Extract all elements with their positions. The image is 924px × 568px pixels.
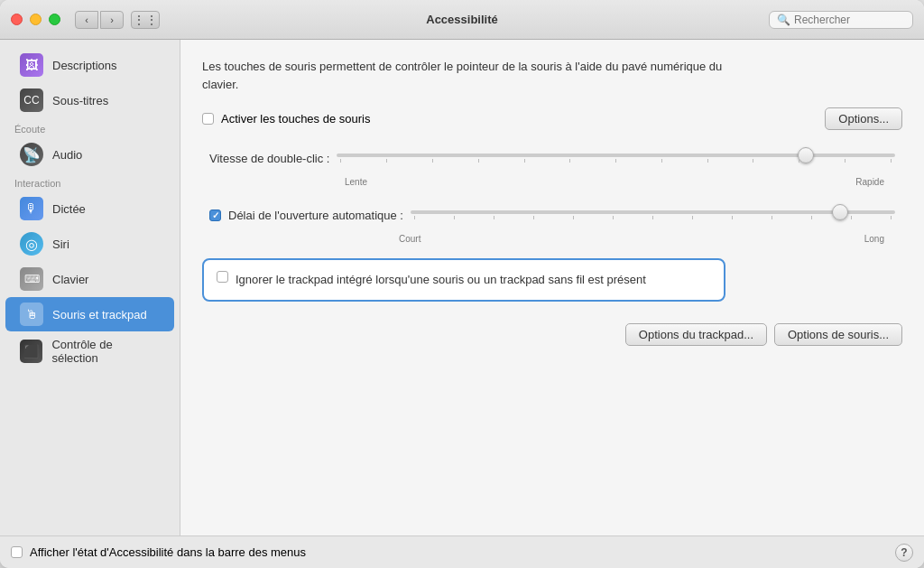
detail-pane: Les touches de souris permettent de cont… [180, 40, 924, 535]
main-content: 🖼 Descriptions CC Sous-titres Écoute 📡 A… [0, 40, 924, 535]
tick [707, 159, 708, 163]
sous-titres-icon: CC [20, 88, 43, 112]
souris-icon: 🖱 [20, 303, 43, 326]
tick [573, 216, 574, 219]
forward-button[interactable]: › [100, 11, 124, 29]
tick [340, 159, 341, 163]
tick [533, 216, 534, 219]
bottom-buttons: Options du trackpad... Options de souris… [202, 323, 902, 346]
search-input[interactable] [794, 14, 902, 26]
sidebar: 🖼 Descriptions CC Sous-titres Écoute 📡 A… [0, 40, 180, 535]
double-click-left-label: Lente [345, 177, 367, 187]
search-box[interactable]: 🔍 [769, 11, 913, 29]
activate-label: Activer les touches de souris [221, 112, 370, 126]
tick [569, 159, 570, 163]
tick [478, 159, 479, 163]
sidebar-item-clavier[interactable]: ⌨ Clavier [5, 262, 174, 296]
siri-icon: ◎ [20, 232, 43, 256]
tick [732, 216, 733, 219]
sidebar-item-label: Descriptions [52, 59, 117, 72]
auto-open-slider[interactable] [411, 210, 895, 214]
tick [891, 159, 892, 163]
activate-row: Activer les touches de souris Options... [202, 107, 902, 130]
clavier-icon: ⌨ [20, 267, 43, 291]
tick [891, 216, 892, 219]
bottom-bar: Afficher l'état d'Accessibilité dans la … [0, 535, 924, 568]
double-click-label: Vitesse de double-clic : [209, 152, 329, 165]
options-button[interactable]: Options... [825, 107, 902, 130]
tick [524, 159, 525, 163]
tick [615, 159, 616, 163]
auto-open-left-label: Court [399, 234, 420, 244]
grid-button[interactable]: ⋮⋮ [131, 11, 160, 29]
back-button[interactable]: ‹ [75, 11, 98, 29]
auto-open-right-label: Long [864, 234, 884, 244]
show-status-checkbox[interactable] [11, 546, 23, 558]
close-button[interactable] [11, 14, 23, 25]
ignore-trackpad-box: Ignorer le trackpad intégré lorsqu'une s… [202, 258, 725, 302]
tick [692, 216, 693, 219]
tick [811, 216, 812, 219]
tick [613, 216, 614, 219]
tick [845, 159, 845, 163]
tick [494, 216, 494, 219]
double-click-row: Vitesse de double-clic : [209, 144, 895, 172]
sidebar-item-controle-selection[interactable]: ⬛ Contrôle de sélection [5, 332, 174, 370]
auto-open-checkbox[interactable] [209, 210, 221, 221]
section-label-ecoute: Écoute [0, 118, 180, 136]
tick [432, 159, 433, 163]
dictee-icon: 🎙 [20, 197, 43, 220]
descriptions-icon: 🖼 [20, 53, 43, 77]
tick [851, 216, 852, 219]
trackpad-options-button[interactable]: Options du trackpad... [625, 323, 767, 346]
sidebar-item-label: Sous-titres [52, 94, 108, 107]
maximize-button[interactable] [49, 14, 60, 25]
tick [386, 159, 387, 163]
tick [454, 216, 455, 219]
sidebar-item-souris-trackpad[interactable]: 🖱 Souris et trackpad [5, 297, 174, 331]
minimize-button[interactable] [30, 14, 42, 25]
audio-icon: 📡 [20, 143, 43, 166]
nav-arrows: ‹ › [75, 11, 124, 29]
sidebar-item-label: Contrôle de sélection [51, 338, 160, 365]
auto-open-label: Délai de l'ouverture automatique : [228, 209, 403, 222]
tick [661, 159, 662, 163]
double-click-slider-wrapper [337, 144, 895, 172]
description-text: Les touches de souris permettent de cont… [202, 58, 762, 93]
sidebar-item-label: Clavier [52, 273, 88, 286]
ignore-trackpad-label: Ignorer le trackpad intégré lorsqu'une s… [236, 271, 646, 289]
auto-open-row: Délai de l'ouverture automatique : [209, 201, 895, 228]
sidebar-item-siri[interactable]: ◎ Siri [5, 227, 174, 261]
double-click-section: Vitesse de double-clic : [202, 144, 902, 187]
sidebar-item-label: Siri [52, 237, 69, 251]
sidebar-item-label: Souris et trackpad [52, 308, 147, 321]
sidebar-item-dictee[interactable]: 🎙 Dictée [5, 191, 174, 226]
sidebar-item-label: Dictée [52, 202, 86, 216]
ignore-trackpad-checkbox[interactable] [217, 271, 228, 283]
auto-open-labels: Court Long [209, 234, 895, 244]
tick [753, 159, 753, 163]
controle-icon: ⬛ [20, 340, 42, 363]
sidebar-item-sous-titres[interactable]: CC Sous-titres [5, 83, 174, 117]
sidebar-item-audio[interactable]: 📡 Audio [5, 137, 174, 172]
show-status-label: Afficher l'état d'Accessibilité dans la … [30, 545, 306, 559]
double-click-right-label: Rapide [855, 177, 884, 187]
tick [772, 216, 772, 219]
tick [799, 159, 799, 163]
mouse-options-button[interactable]: Options de souris... [774, 323, 902, 346]
auto-open-section: Délai de l'ouverture automatique : [202, 201, 902, 244]
sidebar-item-label: Audio [52, 148, 82, 162]
titlebar: ‹ › ⋮⋮ Accessibilité 🔍 [0, 0, 924, 40]
main-window: ‹ › ⋮⋮ Accessibilité 🔍 🖼 Descriptions CC… [0, 0, 924, 568]
section-label-interaction: Interaction [0, 172, 180, 191]
tick [414, 216, 415, 219]
activate-checkbox[interactable] [202, 113, 214, 125]
double-click-labels: Lente Rapide [209, 177, 895, 187]
traffic-lights [11, 14, 60, 25]
auto-open-slider-wrapper [411, 201, 895, 228]
sidebar-item-descriptions[interactable]: 🖼 Descriptions [5, 48, 174, 82]
window-title: Accessibilité [426, 13, 498, 26]
double-click-slider[interactable] [337, 154, 895, 157]
search-icon: 🔍 [777, 14, 790, 26]
help-button[interactable]: ? [895, 544, 913, 562]
